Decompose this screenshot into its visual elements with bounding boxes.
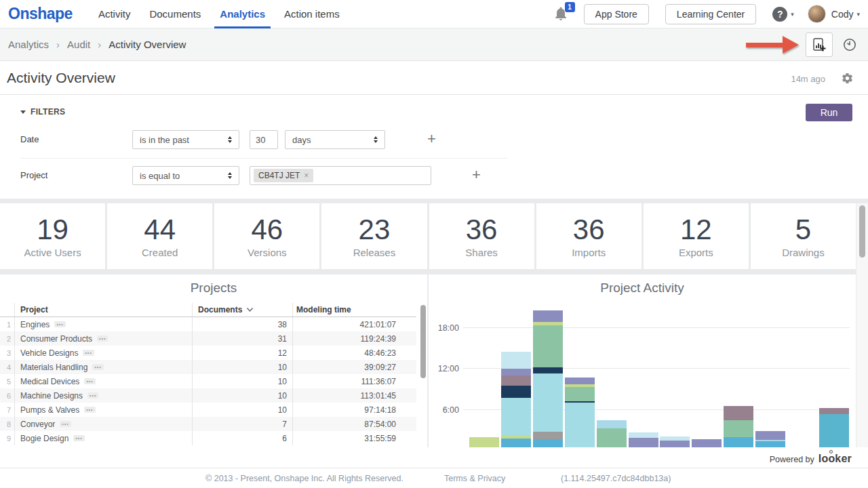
terms-privacy-link[interactable]: Terms & Privacy: [444, 474, 505, 483]
sort-desc-icon: [246, 307, 254, 312]
table-header: Project Documents Modeling time: [0, 303, 416, 317]
projects-title: Projects: [0, 281, 427, 296]
breadcrumb-actions: [746, 33, 860, 57]
row-menu-icon[interactable]: •••: [87, 392, 98, 399]
stacked-bar[interactable]: [597, 420, 627, 447]
col-modeling-time[interactable]: Modeling time: [293, 305, 407, 314]
row-menu-icon[interactable]: •••: [92, 364, 103, 370]
user-avatar[interactable]: [808, 5, 826, 23]
stacked-bar[interactable]: [469, 437, 499, 447]
stacked-bar[interactable]: [819, 408, 849, 448]
stacked-bar[interactable]: [565, 378, 595, 447]
date-unit-select[interactable]: days: [285, 130, 385, 149]
user-name: Cody: [831, 9, 854, 20]
bar-segment: [755, 441, 785, 447]
add-report-button[interactable]: [806, 33, 833, 57]
row-menu-icon[interactable]: •••: [84, 378, 95, 384]
top-nav: Onshape Activity Documents Analytics Act…: [0, 0, 868, 28]
add-project-filter-button[interactable]: +: [472, 168, 481, 182]
bar-segment: [724, 437, 753, 447]
app-store-button[interactable]: App Store: [584, 4, 649, 24]
dashboard-settings-button[interactable]: [841, 72, 854, 87]
stacked-bar[interactable]: [629, 432, 658, 447]
tab-analytics[interactable]: Analytics: [210, 0, 275, 28]
chart-gridline: [463, 327, 850, 328]
notifications-button[interactable]: 1: [553, 5, 570, 23]
y-axis-tick-label: 6:00: [437, 405, 459, 415]
table-scrollbar[interactable]: [420, 305, 426, 378]
user-menu[interactable]: Cody ▾: [831, 9, 860, 20]
page-scrollbar-thumb[interactable]: [859, 205, 865, 258]
stacked-bar[interactable]: [755, 431, 785, 447]
filters-collapse-toggle[interactable]: FILTERS: [20, 107, 65, 117]
bar-segment: [629, 432, 658, 438]
col-documents[interactable]: Documents: [193, 303, 293, 317]
bar-segment: [629, 438, 658, 447]
run-button[interactable]: Run: [806, 104, 852, 121]
bar-segment: [501, 352, 531, 369]
footer: Powered by looker © 2013 - Present, Onsh…: [0, 447, 868, 488]
bar-segment: [819, 414, 849, 447]
row-menu-icon[interactable]: •••: [84, 407, 95, 413]
remove-tag-icon[interactable]: ×: [304, 171, 309, 180]
stacked-bar[interactable]: [501, 352, 531, 447]
row-menu-icon[interactable]: •••: [54, 321, 65, 327]
chart-plot: 6:0012:0018:00: [437, 302, 851, 447]
bar-segment: [469, 437, 499, 447]
powered-by-looker[interactable]: Powered by looker: [770, 453, 852, 465]
col-project[interactable]: Project: [15, 303, 193, 317]
schedule-button[interactable]: [840, 35, 860, 55]
select-arrows-icon: [228, 172, 232, 179]
bar-segment: [533, 373, 563, 432]
chart-title: Project Activity: [429, 281, 856, 296]
y-axis-tick-label: 12:00: [437, 364, 459, 373]
stat-releases: 23 Releases: [321, 203, 427, 269]
footer-divider: [0, 468, 868, 468]
stacked-bar[interactable]: [533, 310, 563, 447]
bar-segment: [660, 441, 690, 447]
breadcrumb-separator-icon: ›: [98, 39, 101, 50]
chevron-down-icon: ▾: [856, 11, 860, 18]
bar-segment: [533, 325, 563, 368]
title-row: Activity Overview 14m ago: [0, 61, 868, 95]
breadcrumb-bar: Analytics › Audit › Activity Overview: [0, 28, 868, 61]
stacked-bar[interactable]: [660, 436, 690, 447]
row-menu-icon[interactable]: •••: [73, 435, 84, 441]
row-menu-icon[interactable]: •••: [97, 336, 108, 342]
date-operator-select[interactable]: is in the past: [132, 130, 239, 149]
tab-documents[interactable]: Documents: [140, 0, 210, 28]
help-menu[interactable]: ? ▾: [772, 7, 794, 22]
row-menu-icon[interactable]: •••: [60, 421, 71, 427]
tab-activity[interactable]: Activity: [89, 0, 140, 28]
add-date-filter-button[interactable]: +: [427, 132, 436, 146]
breadcrumb: Analytics › Audit › Activity Overview: [8, 39, 186, 50]
project-operator-select[interactable]: is equal to: [132, 166, 239, 185]
date-value-input[interactable]: [250, 130, 278, 149]
project-value-input[interactable]: CB4TJ JET ×: [250, 166, 431, 185]
onshape-logo[interactable]: Onshape: [8, 5, 73, 23]
stacked-bar[interactable]: [724, 406, 753, 447]
breadcrumb-audit[interactable]: Audit: [67, 39, 90, 50]
looker-logo: looker: [818, 453, 852, 465]
page-scrollbar-track: [856, 203, 868, 447]
bar-segment: [819, 408, 849, 414]
divider-band: [0, 269, 868, 274]
stats-row: 19 Active Users 44 Created 46 Versions 2…: [0, 203, 856, 269]
bar-segment: [565, 387, 595, 401]
row-menu-icon[interactable]: •••: [83, 350, 94, 356]
version-text: (1.114.25497.c7dc84dbb13a): [561, 474, 671, 483]
filters-heading: FILTERS: [31, 107, 65, 117]
date-filter-label: Date: [20, 134, 39, 144]
project-tag: CB4TJ JET ×: [254, 169, 313, 182]
table-row: 9 Bogie Design••• 6 31:55:59: [0, 431, 416, 445]
select-arrows-icon: [228, 136, 232, 143]
table-row: 7 Pumps & Valves••• 10 97:14:18: [0, 403, 416, 417]
chart-panel: Project Activity 6:0012:0018:00: [429, 274, 856, 447]
table-row: 5 Medical Devices••• 10 111:36:07: [0, 374, 416, 388]
stacked-bar[interactable]: [692, 439, 722, 447]
tab-action-items[interactable]: Action items: [275, 0, 349, 28]
gear-icon: [841, 72, 854, 85]
nav-right: 1 App Store Learning Center ? ▾ Cody ▾: [553, 4, 860, 24]
breadcrumb-analytics[interactable]: Analytics: [8, 39, 49, 50]
learning-center-button[interactable]: Learning Center: [665, 4, 756, 24]
